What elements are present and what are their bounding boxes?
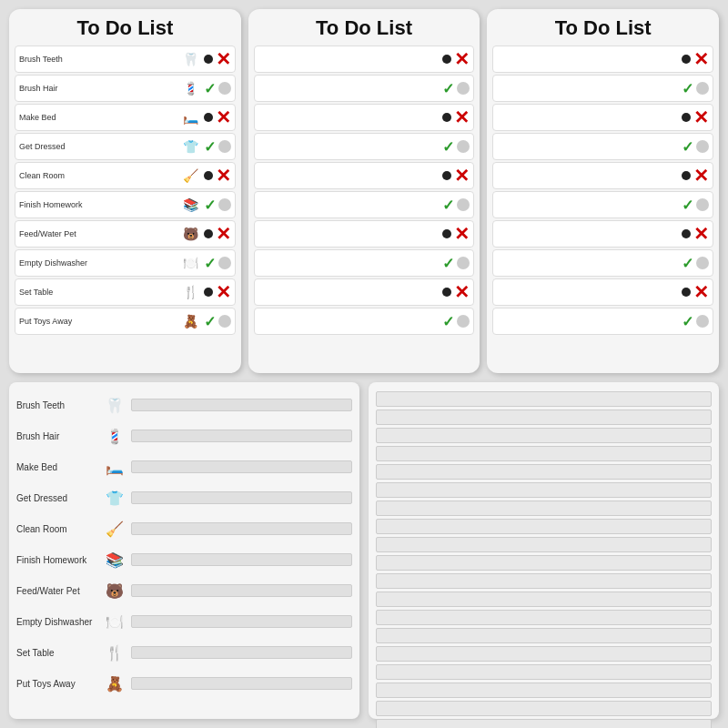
check-icon: ✓ xyxy=(682,313,693,330)
bottom-right-panel xyxy=(369,382,719,719)
dot-indicator xyxy=(204,171,213,180)
task-row: Feed/Water Pet 🐻 ✕ xyxy=(15,220,236,248)
task-controls-8: ✕ xyxy=(682,281,709,303)
right-line xyxy=(376,646,712,662)
right-line xyxy=(376,500,712,516)
dot-indicator xyxy=(682,113,691,122)
board-3-title: To Do List xyxy=(492,16,713,40)
task-row: ✓ xyxy=(492,308,713,335)
task-controls-6: ✕ xyxy=(204,223,231,245)
dot-indicator xyxy=(682,171,691,180)
task-controls-5: ✓ xyxy=(682,197,709,214)
task-label-5: Finish Homework xyxy=(19,200,181,209)
right-line xyxy=(376,537,712,552)
line xyxy=(131,491,352,504)
bottom-task-icon-5: 📚 xyxy=(104,551,126,569)
board-3: To Do List ✕ ✓ ✕ xyxy=(487,9,719,373)
bottom-task-label-5: Finish Homework xyxy=(16,555,98,565)
task-row: Clean Room 🧹 ✕ xyxy=(15,162,236,189)
task-controls-8: ✕ xyxy=(442,281,470,303)
task-row: ✕ xyxy=(492,162,713,189)
bottom-task-icon-0: 🦷 xyxy=(104,397,126,414)
line xyxy=(131,615,352,628)
task-row: ✕ xyxy=(492,220,713,248)
task-controls-4: ✕ xyxy=(682,165,709,187)
dot-indicator xyxy=(682,288,691,297)
task-controls-7: ✓ xyxy=(682,255,709,272)
bottom-task-lines-3 xyxy=(131,491,352,504)
task-row: Set Table 🍴 ✕ xyxy=(15,278,236,306)
task-row: ✕ xyxy=(254,46,475,73)
task-controls-1: ✓ xyxy=(442,80,470,97)
dot-indicator xyxy=(442,288,451,297)
task-icon-4: 🧹 xyxy=(181,166,201,186)
task-label-2: Make Bed xyxy=(19,113,181,122)
dot-light-indicator xyxy=(457,140,470,153)
task-row: ✕ xyxy=(492,278,713,306)
x-icon: ✕ xyxy=(693,223,709,245)
task-controls-6: ✕ xyxy=(682,223,709,245)
right-line xyxy=(376,592,712,607)
task-label-7: Empty Dishwasher xyxy=(19,258,181,268)
task-controls-7: ✓ xyxy=(204,255,231,272)
task-icon-7: 🍽️ xyxy=(181,253,201,273)
bottom-task-label-3: Get Dressed xyxy=(16,493,98,503)
x-icon: ✕ xyxy=(454,223,470,245)
bottom-task-row: Make Bed 🛏️ xyxy=(16,453,352,480)
task-controls-3: ✓ xyxy=(442,138,470,156)
line xyxy=(131,553,352,566)
dot-light-indicator xyxy=(457,198,470,211)
line xyxy=(131,430,352,442)
board-1-title: To Do List xyxy=(15,16,236,40)
dot-indicator xyxy=(204,229,213,238)
check-icon: ✓ xyxy=(442,138,454,156)
task-label-9: Put Toys Away xyxy=(19,317,181,326)
board-1-task-list: Brush Teeth 🦷 ✕ Brush Hair 💈 ✓ Make Bed … xyxy=(15,46,236,366)
task-controls-0: ✕ xyxy=(204,48,231,70)
x-icon: ✕ xyxy=(693,106,709,128)
line xyxy=(131,399,352,411)
bottom-task-label-6: Feed/Water Pet xyxy=(16,586,98,596)
bottom-task-lines-2 xyxy=(131,460,352,473)
right-line xyxy=(376,701,712,716)
task-controls-9: ✓ xyxy=(204,313,231,330)
task-controls-4: ✕ xyxy=(442,165,470,187)
dot-indicator xyxy=(442,171,451,180)
task-label-1: Brush Hair xyxy=(19,84,181,93)
task-row: Get Dressed 👕 ✓ xyxy=(15,133,236,160)
bottom-task-row: Feed/Water Pet 🐻 xyxy=(16,577,352,604)
task-label-8: Set Table xyxy=(19,288,181,297)
dot-indicator xyxy=(442,229,451,238)
x-icon: ✕ xyxy=(454,48,470,70)
bottom-task-icon-4: 🧹 xyxy=(104,521,126,538)
x-icon: ✕ xyxy=(693,281,709,303)
check-icon: ✓ xyxy=(682,255,693,272)
task-label-0: Brush Teeth xyxy=(19,55,181,64)
right-line xyxy=(376,664,712,680)
right-line xyxy=(376,464,712,480)
x-icon: ✕ xyxy=(454,106,470,128)
right-line xyxy=(376,519,712,534)
dot-light-indicator xyxy=(218,82,231,95)
bottom-task-label-7: Empty Dishwasher xyxy=(16,617,98,627)
bottom-task-icon-7: 🍽️ xyxy=(104,613,126,631)
task-row: ✓ xyxy=(254,191,475,218)
dot-indicator xyxy=(204,113,213,122)
line xyxy=(131,522,352,535)
bottom-left-panel: Brush Teeth 🦷 Brush Hair 💈 Make Bed 🛏️ G… xyxy=(9,382,359,719)
dot-light-indicator xyxy=(457,82,470,95)
check-icon: ✓ xyxy=(682,80,693,97)
task-row: ✕ xyxy=(254,104,475,131)
task-controls-1: ✓ xyxy=(204,80,231,97)
task-controls-3: ✓ xyxy=(682,138,709,156)
bottom-task-label-1: Brush Hair xyxy=(16,431,98,441)
right-line xyxy=(376,628,712,643)
board-1: To Do List Brush Teeth 🦷 ✕ Brush Hair 💈 … xyxy=(9,9,241,373)
bottom-task-icon-6: 🐻 xyxy=(104,582,126,600)
task-row: ✕ xyxy=(254,162,475,189)
bottom-task-lines-8 xyxy=(131,646,352,659)
check-icon: ✓ xyxy=(442,80,454,97)
right-line xyxy=(376,482,712,498)
task-row: ✓ xyxy=(254,133,475,160)
dot-light-indicator xyxy=(696,82,709,95)
